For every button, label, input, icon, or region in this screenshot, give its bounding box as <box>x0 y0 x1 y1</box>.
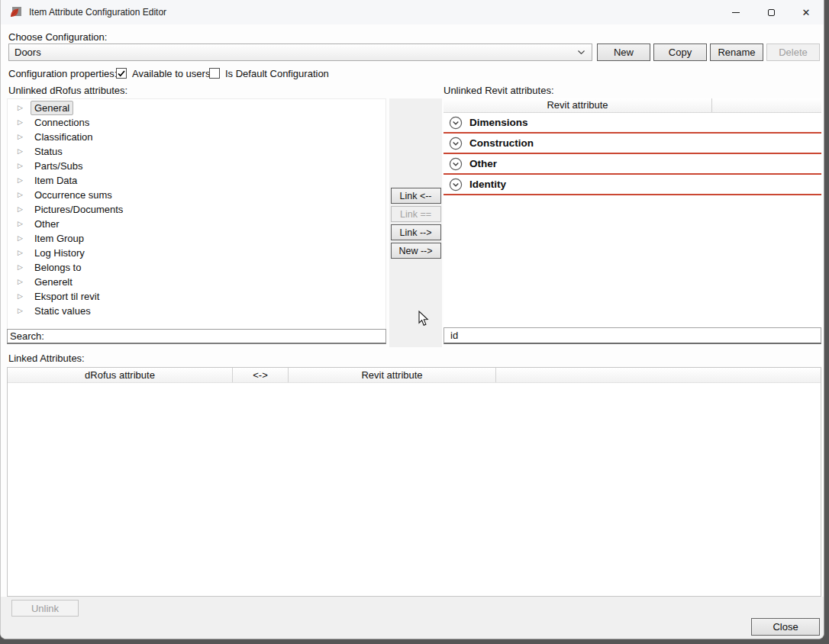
configuration-dropdown-value: Doors <box>9 47 41 58</box>
tree-item[interactable]: ▷ Other <box>8 217 385 231</box>
expand-arrow-icon[interactable]: ▷ <box>18 163 25 169</box>
configuration-dropdown[interactable]: Doors <box>8 43 592 61</box>
minimize-icon <box>732 12 740 13</box>
linked-grid-header: dRofus attribute <-> Revit attribute <box>8 368 821 383</box>
linked-attributes-label: Linked Attributes: <box>8 353 85 364</box>
revit-group-header[interactable]: Dimensions <box>444 113 821 134</box>
tree-item-label: General <box>31 101 73 115</box>
link-button-label: Link <-- <box>399 191 431 201</box>
expand-arrow-icon[interactable]: ▷ <box>18 206 25 213</box>
revit-attribute-column-header[interactable]: Revit attribute <box>444 98 712 112</box>
tree-item[interactable]: ▷ Item Data <box>8 173 385 188</box>
dialog-window: Item Attribute Configuration Editor ✕ Ch… <box>0 0 824 639</box>
tree-item[interactable]: ▷ Classification <box>8 130 385 144</box>
tree-item-label: Pictures/Documents <box>31 202 127 217</box>
tree-item-label: Classification <box>31 130 97 144</box>
tree-item[interactable]: ▷ Occurrence sums <box>8 188 385 202</box>
expand-arrow-icon[interactable]: ▷ <box>18 192 25 198</box>
tree-item[interactable]: ▷ Eksport til revit <box>8 289 385 304</box>
chevron-down-icon <box>577 50 585 55</box>
new-button[interactable]: New <box>597 43 650 61</box>
tree-item[interactable]: ▷ Generelt <box>8 275 385 289</box>
expand-arrow-icon[interactable]: ▷ <box>18 264 25 271</box>
link-right-button[interactable]: Link --> <box>391 224 441 240</box>
revit-attribute-panel: Revit attribute Dimensions Construction <box>444 98 821 327</box>
configuration-properties-label: Configuration properties: <box>8 68 117 79</box>
link-button-label: New --> <box>398 246 432 256</box>
tree-item[interactable]: ▷ Log History <box>8 246 385 260</box>
drofus-app-icon <box>10 6 22 18</box>
revit-grid-header: Revit attribute <box>444 98 821 113</box>
tree-item[interactable]: ▷ Connections <box>8 115 385 130</box>
tree-item[interactable]: ▷ General <box>8 101 385 115</box>
tree-item-label: Item Data <box>31 173 81 188</box>
close-window-button[interactable]: ✕ <box>789 0 824 24</box>
chevron-down-circle-icon[interactable] <box>449 178 463 192</box>
empty-column-header[interactable] <box>496 368 821 382</box>
expand-arrow-icon[interactable]: ▷ <box>18 119 25 126</box>
checkmark-icon <box>118 70 125 77</box>
window-title: Item Attribute Configuration Editor <box>29 7 166 18</box>
unlinked-revit-label: Unlinked Revit attributes: <box>444 85 554 96</box>
link-equals-button[interactable]: Link == <box>391 206 441 222</box>
maximize-button[interactable] <box>753 0 789 24</box>
expand-arrow-icon[interactable]: ▷ <box>18 308 25 314</box>
expand-arrow-icon[interactable]: ▷ <box>18 293 25 300</box>
expand-arrow-icon[interactable]: ▷ <box>18 177 25 184</box>
expand-arrow-icon[interactable]: ▷ <box>18 235 25 242</box>
chevron-down-circle-icon[interactable] <box>449 116 463 130</box>
expand-arrow-icon[interactable]: ▷ <box>18 134 25 140</box>
tree-item-label: Other <box>31 217 63 231</box>
expand-arrow-icon[interactable]: ▷ <box>18 148 25 155</box>
expand-arrow-icon[interactable]: ▷ <box>18 105 25 111</box>
choose-configuration-label: Choose Configuration: <box>8 31 107 43</box>
drofus-attribute-column-header[interactable]: dRofus attribute <box>8 368 233 382</box>
tree-item-label: Parts/Subs <box>31 159 87 173</box>
close-button[interactable]: Close <box>751 618 820 636</box>
tree-item[interactable]: ▷ Static values <box>8 304 385 318</box>
revit-empty-column-header[interactable] <box>712 98 821 112</box>
available-to-users-checkbox[interactable] <box>116 68 127 79</box>
minimize-button[interactable] <box>718 0 753 24</box>
tree-item[interactable]: ▷ Parts/Subs <box>8 159 385 173</box>
unlinked-drofus-label: Unlinked dRofus attributes: <box>8 85 127 96</box>
search-input[interactable] <box>7 329 386 344</box>
available-to-users-label: Available to users <box>132 68 210 79</box>
new-right-button[interactable]: New --> <box>391 243 441 259</box>
link-left-button[interactable]: Link <-- <box>391 188 441 204</box>
revit-group-header[interactable]: Identity <box>444 175 821 195</box>
revit-group-header[interactable]: Other <box>444 154 821 175</box>
revit-group-header[interactable]: Construction <box>444 134 821 154</box>
chevron-down-circle-icon[interactable] <box>449 157 463 171</box>
tree-item-label: Static values <box>31 304 95 318</box>
expand-arrow-icon[interactable]: ▷ <box>18 221 25 227</box>
is-default-configuration-label: Is Default Configuration <box>225 68 329 79</box>
group-label: Construction <box>469 137 534 149</box>
expand-arrow-icon[interactable]: ▷ <box>18 250 25 256</box>
link-button-label: Link --> <box>399 227 431 238</box>
close-icon: ✕ <box>802 8 811 18</box>
unlink-button[interactable]: Unlink <box>11 600 79 617</box>
rename-button[interactable]: Rename <box>710 43 763 61</box>
revit-attribute-column-header-linked[interactable]: Revit attribute <box>289 368 496 382</box>
revit-filter-input[interactable] <box>444 327 821 344</box>
tree-item-label: Occurrence sums <box>31 188 116 202</box>
tree-item[interactable]: ▷ Belongs to <box>8 260 385 275</box>
footer-bar: Unlink <box>1 597 824 639</box>
group-label: Dimensions <box>469 117 528 128</box>
delete-button[interactable]: Delete <box>766 43 820 61</box>
revit-group-list: Dimensions Construction Other <box>444 113 821 195</box>
link-direction-column-header[interactable]: <-> <box>233 368 289 382</box>
mouse-cursor-icon <box>418 311 429 330</box>
is-default-configuration-checkbox[interactable] <box>209 68 220 79</box>
tree-item[interactable]: ▷ Status <box>8 144 385 159</box>
tree-item[interactable]: ▷ Item Group <box>8 231 385 246</box>
expand-arrow-icon[interactable]: ▷ <box>18 279 25 285</box>
chevron-down-circle-icon[interactable] <box>449 137 463 150</box>
tree-item-label: Eksport til revit <box>31 289 103 304</box>
copy-button[interactable]: Copy <box>653 43 707 61</box>
linked-attributes-grid: dRofus attribute <-> Revit attribute <box>7 367 821 597</box>
tree-item[interactable]: ▷ Pictures/Documents <box>8 202 385 217</box>
tree-item-label: Connections <box>31 115 93 130</box>
tree-item-label: Log History <box>31 246 89 260</box>
